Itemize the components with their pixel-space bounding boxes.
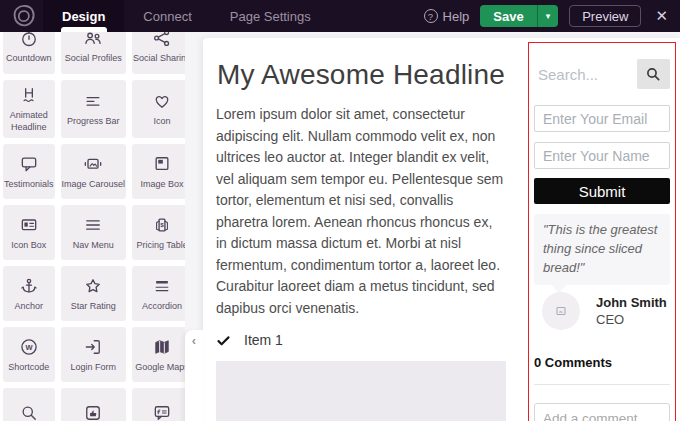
author-name: John Smith <box>596 295 667 310</box>
image-widget-placeholder[interactable] <box>216 361 506 421</box>
tab-design[interactable]: Design <box>43 0 124 32</box>
save-dropdown-button[interactable]: ▾ <box>537 5 559 27</box>
block-tile-like[interactable] <box>61 388 127 421</box>
list-item-label: Item 1 <box>244 332 283 348</box>
search-icon <box>645 66 662 83</box>
block-tile-fb-comments[interactable] <box>132 388 185 421</box>
search-widget <box>534 59 670 89</box>
author-title: CEO <box>596 312 667 327</box>
avatar <box>542 292 580 330</box>
like-icon <box>83 403 103 421</box>
block-tile-testimonials[interactable]: Testimonials <box>3 144 55 199</box>
block-tile-label: Progress Bar <box>67 116 120 128</box>
block-tile-icon[interactable]: Icon <box>132 80 185 138</box>
block-tile-label: Accordion <box>142 301 182 313</box>
block-tile-label: Star Rating <box>71 301 116 313</box>
block-tile-label: Countdown <box>6 53 52 65</box>
image-box-icon <box>152 154 172 174</box>
block-tile-social-profiles[interactable]: Social Profiles <box>61 32 127 74</box>
page-builder-app: Design Connect Page Settings ? Help Save… <box>0 0 680 421</box>
countdown-icon <box>19 32 39 48</box>
blocks-sidebar: Countdown Social Profiles Social Sharing… <box>0 32 185 421</box>
block-tile-label: Icon <box>154 116 171 128</box>
header-actions: ? Help Save ▾ Preview ✕ <box>424 5 668 27</box>
editor-canvas: My Awesome Headline Lorem ipsum dolor si… <box>185 32 680 421</box>
search-icon <box>19 403 39 421</box>
nav-menu-icon <box>83 215 103 235</box>
image-carousel-icon <box>83 154 103 174</box>
comments-divider <box>534 384 670 385</box>
block-tile-label: Login Form <box>71 362 117 374</box>
fb-comments-icon <box>152 403 172 421</box>
chevron-left-icon: ‹ <box>192 334 196 421</box>
block-tile-label: Social Profiles <box>65 53 122 65</box>
testimonial-quote[interactable]: "This is the greatest thing since sliced… <box>534 214 670 285</box>
email-field[interactable] <box>534 105 670 132</box>
block-tile-icon-box[interactable]: Icon Box <box>3 205 55 260</box>
comment-input[interactable] <box>534 403 670 421</box>
block-tile-label: Nav Menu <box>73 240 114 252</box>
block-tile-animated-headline[interactable]: Animated Headline <box>3 80 55 138</box>
tab-page-settings[interactable]: Page Settings <box>211 0 330 32</box>
block-tile-pricing-table[interactable]: $ Pricing Table <box>132 205 185 260</box>
block-tile-label: Image Box <box>141 179 184 191</box>
check-icon <box>216 333 231 348</box>
save-button[interactable]: Save <box>480 5 536 27</box>
seedprod-logo-icon <box>11 3 37 29</box>
block-tile-label: Anchor <box>15 301 44 313</box>
name-field[interactable] <box>534 142 670 169</box>
block-tile-google-maps[interactable]: Google Maps <box>132 327 185 382</box>
tab-connect[interactable]: Connect <box>124 0 210 32</box>
list-item[interactable]: Item 1 <box>216 332 506 348</box>
anchor-icon <box>19 276 39 296</box>
block-tile-label: Testimonials <box>4 179 54 191</box>
block-tile-label: Google Maps <box>135 362 185 374</box>
testimonial-author: John Smith CEO <box>542 292 670 330</box>
block-tile-image-carousel[interactable]: Image Carousel <box>61 144 127 199</box>
block-tile-search[interactable] <box>3 388 55 421</box>
testimonials-icon <box>19 154 39 174</box>
search-button[interactable] <box>637 59 670 89</box>
close-icon[interactable]: ✕ <box>655 7 668 25</box>
block-tile-label: Animated Headline <box>4 110 54 133</box>
chevron-down-icon: ▾ <box>546 11 551 21</box>
block-tile-nav-menu[interactable]: Nav Menu <box>61 205 127 260</box>
selected-widget-area[interactable]: Submit "This is the greatest thing since… <box>528 42 676 421</box>
avatar-image-icon <box>555 305 567 317</box>
block-tile-anchor[interactable]: Anchor <box>3 266 55 321</box>
block-tile-progress-bar[interactable]: Progress Bar <box>61 80 127 138</box>
block-tile-label: Shortcode <box>8 362 49 374</box>
help-label: Help <box>443 9 470 24</box>
svg-text:$: $ <box>160 221 164 228</box>
comments-count: 0 Comments <box>534 355 670 370</box>
top-bar: Design Connect Page Settings ? Help Save… <box>0 0 680 32</box>
block-tile-label: Icon Box <box>11 240 46 252</box>
block-tile-label: Social Sharing <box>133 53 185 65</box>
block-tile-star-rating[interactable]: Star Rating <box>61 266 127 321</box>
block-tile-image-box[interactable]: Image Box <box>132 144 185 199</box>
block-tile-label: Image Carousel <box>62 179 126 191</box>
block-tile-social-sharing[interactable]: Social Sharing <box>132 32 185 74</box>
block-tile-shortcode[interactable]: W Shortcode <box>3 327 55 382</box>
block-grid: Countdown Social Profiles Social Sharing… <box>3 32 182 421</box>
headline-widget[interactable]: My Awesome Headline <box>216 59 506 91</box>
icon-box-icon <box>19 215 39 235</box>
progress-bar-icon <box>83 91 103 111</box>
page-preview: My Awesome Headline Lorem ipsum dolor si… <box>203 38 680 421</box>
svg-text:W: W <box>25 342 33 351</box>
help-link[interactable]: ? Help <box>424 9 470 24</box>
social-sharing-icon <box>152 32 172 48</box>
submit-button[interactable]: Submit <box>534 178 670 204</box>
save-split-button: Save ▾ <box>480 5 558 27</box>
author-text: John Smith CEO <box>596 295 667 327</box>
text-widget[interactable]: Lorem ipsum dolor sit amet, consectetur … <box>216 104 506 319</box>
animated-headline-icon <box>19 85 39 105</box>
search-input[interactable] <box>534 59 637 89</box>
preview-button[interactable]: Preview <box>569 5 641 27</box>
social-profiles-icon <box>83 32 103 48</box>
sidebar-collapse-handle[interactable]: ‹ <box>185 330 203 421</box>
block-tile-countdown[interactable]: Countdown <box>3 32 55 74</box>
star-rating-icon <box>83 276 103 296</box>
block-tile-login-form[interactable]: Login Form <box>61 327 127 382</box>
block-tile-accordion[interactable]: Accordion <box>132 266 185 321</box>
